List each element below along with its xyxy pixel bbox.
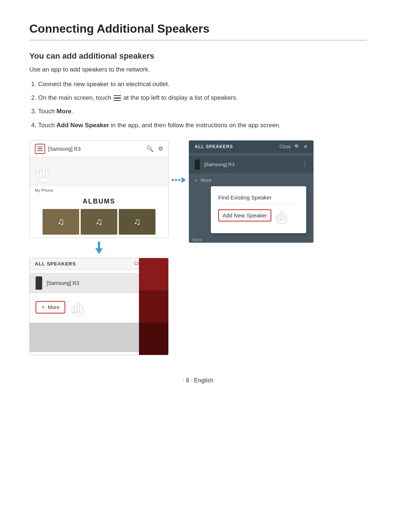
- step-3: Touch More.: [38, 106, 367, 116]
- step-2: On the main screen, touch at the top lef…: [38, 93, 367, 103]
- step-1: Connect the new speaker to an electrical…: [38, 79, 367, 89]
- svg-rect-6: [77, 303, 80, 312]
- right-more-label: More: [201, 177, 212, 183]
- hand-cursor-add: [274, 207, 290, 225]
- phone-header-right: 🔍 ⚙: [146, 145, 163, 152]
- speaker-icon: [36, 276, 42, 290]
- albums-section: ALBUMS ♫ ♫ ♫: [30, 194, 168, 238]
- arrow-right-dashed: [172, 177, 186, 183]
- right-all-speakers-title: ALL SPEAKERS: [195, 144, 233, 149]
- right-panel-header: ALL SPEAKERS Close 🔍 ⚙: [189, 140, 314, 153]
- right-speaker-icon: [195, 159, 200, 170]
- phone-banner: [30, 157, 168, 187]
- section-subtitle: You can add additional speakers: [29, 51, 367, 61]
- my-phone-label: My Phone: [30, 187, 168, 194]
- svg-rect-13: [283, 214, 285, 220]
- album-thumb-3: ♫: [119, 209, 155, 235]
- dot1: [172, 179, 174, 181]
- add-new-speaker-bold: Add New Speaker: [56, 122, 109, 129]
- plus-icon: +: [41, 304, 45, 311]
- right-color-bands: [139, 258, 168, 355]
- add-new-speaker-highlighted[interactable]: Add New Speaker: [218, 209, 271, 221]
- right-speaker-item: [Samsung] R3 ⋮: [189, 156, 314, 173]
- phone-header: [Samsung] R3 🔍 ⚙: [30, 141, 168, 157]
- add-new-speaker-item[interactable]: Add New Speaker: [218, 204, 299, 228]
- left-diagram: [Samsung] R3 🔍 ⚙: [29, 140, 169, 355]
- phone-header-left: [Samsung] R3: [35, 144, 81, 154]
- hand-cursor-more: [70, 297, 88, 318]
- hamburger-icon: [114, 95, 121, 100]
- footer-text: · 8 · English: [183, 377, 213, 384]
- gear-icon[interactable]: ⚙: [158, 145, 163, 152]
- right-diagram: ALL SPEAKERS Close 🔍 ⚙ [Samsung] R3 ⋮ + …: [189, 140, 367, 243]
- popup-box: Find Existing Speaker Add New Speaker: [211, 186, 306, 233]
- gear-icon-right[interactable]: ⚙: [304, 144, 308, 149]
- speaker-name-left: [Samsung] R3: [47, 280, 151, 286]
- right-more-row: + More: [189, 174, 314, 187]
- find-existing-item[interactable]: Find Existing Speaker: [218, 191, 299, 204]
- svg-rect-9: [72, 307, 74, 313]
- right-panel-top: ALL SPEAKERS Close 🔍 ⚙ [Samsung] R3 ⋮ + …: [189, 140, 314, 243]
- svg-rect-7: [74, 305, 77, 313]
- close-button-right[interactable]: Close: [279, 144, 291, 149]
- footer: · 8 · English: [29, 377, 367, 384]
- album-thumb-1: ♫: [43, 209, 79, 235]
- more-bold: More: [56, 108, 72, 115]
- search-icon-right[interactable]: 🔍: [294, 144, 300, 149]
- svg-rect-4: [36, 172, 39, 179]
- svg-rect-2: [39, 170, 42, 178]
- more-highlighted[interactable]: + More: [36, 301, 65, 313]
- svg-rect-12: [278, 214, 280, 220]
- menu-button[interactable]: [35, 144, 45, 154]
- step-4: Touch Add New Speaker in the app, and th…: [38, 120, 367, 130]
- dot2: [175, 179, 177, 181]
- right-speaker-name: [Samsung] R3: [204, 162, 297, 167]
- right-speaker-dots[interactable]: ⋮: [302, 161, 308, 168]
- page-title: Connecting Additional Speakers: [29, 22, 367, 40]
- arrow-down-container: [29, 238, 169, 258]
- svg-rect-1: [42, 168, 45, 178]
- right-panel-body: [Samsung] R3 ⋮ + More: [189, 153, 314, 190]
- more-label-left: More: [48, 304, 59, 310]
- albums-title: ALBUMS: [30, 198, 168, 205]
- phone-screen-top: [Samsung] R3 🔍 ⚙: [29, 140, 169, 238]
- hand-cursor-top: [33, 160, 55, 184]
- phone-title: [Samsung] R3: [48, 146, 81, 152]
- search-icon[interactable]: 🔍: [146, 145, 154, 152]
- svg-rect-8: [80, 305, 82, 313]
- right-plus-icon: +: [195, 177, 198, 183]
- svg-rect-3: [45, 170, 48, 178]
- steps-list: Connect the new speaker to an electrical…: [38, 79, 367, 130]
- album-thumb-2: ♫: [81, 209, 117, 235]
- popup-container: Find Existing Speaker Add New Speaker: [189, 186, 314, 243]
- svg-rect-11: [280, 212, 283, 220]
- diagrams-container: [Samsung] R3 🔍 ⚙: [29, 140, 367, 355]
- all-speakers-title: ALL SPEAKERS: [35, 261, 76, 267]
- speakers-screen-bottom: ALL SPEAKERS Close 🔍 ⚙ [Samsung] R3 ⋮ + …: [29, 258, 169, 355]
- more-text-small: More: [189, 237, 314, 243]
- albums-grid: ♫ ♫ ♫: [30, 209, 168, 235]
- svg-rect-14: [276, 216, 278, 221]
- arrow-right-container: [169, 177, 189, 183]
- arrowhead: [182, 177, 186, 183]
- intro-text: Use an app to add speakers to the networ…: [29, 66, 367, 73]
- dot3: [178, 179, 180, 181]
- right-header-controls: Close 🔍 ⚙: [279, 144, 308, 149]
